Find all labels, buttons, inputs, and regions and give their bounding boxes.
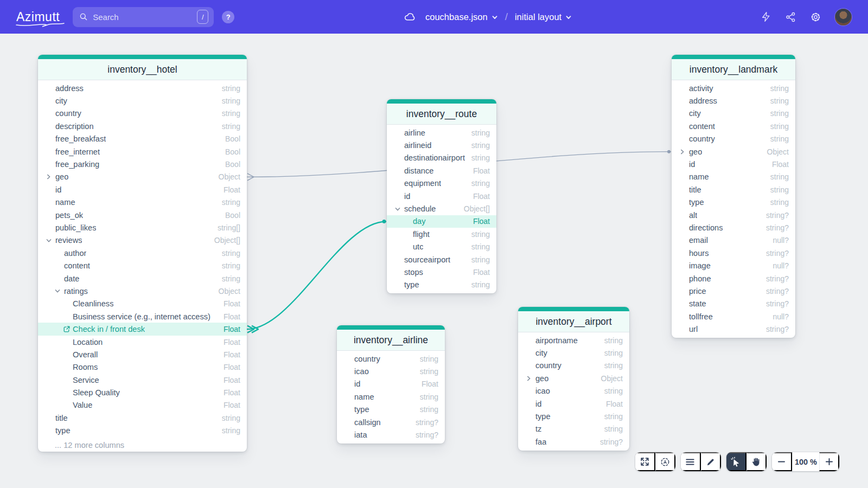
- table-column-row[interactable]: type string: [337, 403, 445, 416]
- table-column-row[interactable]: country string: [672, 133, 795, 145]
- table-column-row[interactable]: content string: [672, 120, 795, 132]
- table-column-row[interactable]: public_likes string[]: [38, 221, 247, 234]
- table-column-row[interactable]: utc string: [387, 241, 496, 253]
- table-column-row[interactable]: price string?: [672, 285, 795, 297]
- tables-list-button[interactable]: [681, 452, 701, 471]
- table-card-inventory__route[interactable]: inventory__route airline string airlinei…: [387, 99, 496, 293]
- table-column-row[interactable]: icao string: [337, 365, 445, 377]
- pan-tool-button[interactable]: [746, 452, 767, 471]
- project-dropdown[interactable]: couchbase.json: [425, 12, 498, 22]
- table-column-row[interactable]: airlineid string: [387, 139, 496, 151]
- table-column-row[interactable]: airline string: [387, 126, 496, 139]
- table-column-row[interactable]: type string: [387, 279, 496, 291]
- table-column-row[interactable]: flight string: [387, 228, 496, 240]
- quick-actions-button[interactable]: [761, 11, 771, 22]
- share-button[interactable]: [785, 11, 796, 23]
- table-column-row[interactable]: directions string?: [672, 221, 795, 234]
- table-column-row[interactable]: country string: [518, 359, 629, 372]
- table-column-row[interactable]: alt string?: [672, 209, 795, 221]
- table-header[interactable]: inventory__route: [387, 104, 496, 125]
- table-column-row[interactable]: address string: [672, 94, 795, 107]
- table-column-row[interactable]: Service Float: [38, 374, 247, 386]
- table-header[interactable]: inventory__airport: [518, 311, 629, 332]
- table-column-row[interactable]: destinationairport string: [387, 152, 496, 164]
- table-column-row[interactable]: Cleanliness Float: [38, 298, 247, 310]
- table-column-row[interactable]: author string: [38, 247, 247, 259]
- zoom-in-button[interactable]: [819, 452, 839, 471]
- table-column-row[interactable]: distance Float: [387, 164, 496, 177]
- table-column-row[interactable]: id Float: [518, 397, 629, 410]
- table-column-row[interactable]: address string: [38, 82, 247, 94]
- table-column-row[interactable]: geo Object: [518, 372, 629, 384]
- table-card-inventory__hotel[interactable]: inventory__hotel address string city str…: [38, 55, 247, 452]
- table-column-row[interactable]: pets_ok Bool: [38, 209, 247, 221]
- table-column-row[interactable]: city string: [518, 346, 629, 359]
- table-column-row[interactable]: iata string?: [337, 428, 445, 441]
- help-button[interactable]: ?: [222, 11, 234, 23]
- table-header[interactable]: inventory__landmark: [672, 59, 795, 80]
- table-column-row[interactable]: free_parking Bool: [38, 158, 247, 170]
- select-tool-button[interactable]: [726, 452, 746, 471]
- table-column-row[interactable]: id Float: [387, 190, 496, 202]
- table-column-row[interactable]: country string: [337, 352, 445, 365]
- table-column-row[interactable]: faa string?: [518, 435, 629, 448]
- table-column-row[interactable]: Sleep Quality Float: [38, 386, 247, 399]
- auto-layout-button[interactable]: [655, 452, 675, 471]
- user-avatar[interactable]: [835, 9, 852, 25]
- table-column-row[interactable]: description string: [38, 120, 247, 132]
- table-column-row[interactable]: tollfree null?: [672, 310, 795, 323]
- table-column-row[interactable]: Rooms Float: [38, 361, 247, 374]
- table-column-row[interactable]: icao string: [518, 385, 629, 397]
- table-column-row[interactable]: ratings Object: [38, 285, 247, 297]
- table-column-row[interactable]: day Float: [387, 215, 496, 228]
- more-columns-link[interactable]: ... 12 more columns: [38, 439, 247, 452]
- table-column-row[interactable]: Check in / front desk Float: [38, 323, 247, 335]
- search-input[interactable]: Search /: [73, 7, 214, 27]
- app-logo[interactable]: Azimutt: [16, 10, 60, 24]
- table-column-row[interactable]: geo Object: [672, 145, 795, 158]
- table-column-row[interactable]: airportname string: [518, 334, 629, 346]
- table-column-row[interactable]: tz string: [518, 423, 629, 435]
- table-card-inventory__landmark[interactable]: inventory__landmark activity string addr…: [672, 55, 795, 338]
- table-column-row[interactable]: Location Float: [38, 336, 247, 348]
- table-column-row[interactable]: schedule Object[]: [387, 202, 496, 215]
- table-column-row[interactable]: type string: [518, 410, 629, 422]
- table-column-row[interactable]: name string: [672, 171, 795, 183]
- zoom-out-button[interactable]: [772, 452, 792, 471]
- settings-button[interactable]: [810, 11, 821, 23]
- table-column-row[interactable]: url string?: [672, 323, 795, 335]
- table-column-row[interactable]: reviews Object[]: [38, 234, 247, 247]
- table-column-row[interactable]: phone string?: [672, 272, 795, 285]
- table-column-row[interactable]: name string: [38, 196, 247, 209]
- table-column-row[interactable]: id Float: [38, 183, 247, 196]
- table-header[interactable]: inventory__hotel: [38, 59, 247, 80]
- table-column-row[interactable]: type string: [38, 425, 247, 437]
- layout-dropdown[interactable]: initial layout: [515, 12, 572, 22]
- diagram-canvas[interactable]: inventory__hotel address string city str…: [0, 0, 868, 488]
- table-column-row[interactable]: date string: [38, 272, 247, 285]
- table-column-row[interactable]: city string: [672, 107, 795, 120]
- table-column-row[interactable]: hours string?: [672, 247, 795, 259]
- table-column-row[interactable]: country string: [38, 107, 247, 120]
- table-column-row[interactable]: free_internet Bool: [38, 145, 247, 158]
- table-card-inventory__airline[interactable]: inventory__airline country string icao s…: [337, 325, 445, 444]
- table-column-row[interactable]: id Float: [672, 158, 795, 170]
- table-column-row[interactable]: Overall Float: [38, 348, 247, 361]
- table-column-row[interactable]: email null?: [672, 234, 795, 247]
- table-card-inventory__airport[interactable]: inventory__airport airportname string ci…: [518, 307, 629, 451]
- edit-button[interactable]: [701, 452, 721, 471]
- table-column-row[interactable]: free_breakfast Bool: [38, 133, 247, 145]
- table-header[interactable]: inventory__airline: [337, 330, 445, 351]
- table-column-row[interactable]: callsign string?: [337, 416, 445, 428]
- table-column-row[interactable]: title string: [672, 183, 795, 196]
- table-column-row[interactable]: stops Float: [387, 266, 496, 278]
- table-column-row[interactable]: Business service (e.g., internet access)…: [38, 310, 247, 323]
- table-column-row[interactable]: activity string: [672, 82, 795, 94]
- table-column-row[interactable]: equipment string: [387, 177, 496, 190]
- table-column-row[interactable]: sourceairport string: [387, 253, 496, 266]
- table-column-row[interactable]: type string: [672, 196, 795, 209]
- table-column-row[interactable]: geo Object: [38, 171, 247, 183]
- table-column-row[interactable]: title string: [38, 412, 247, 424]
- table-column-row[interactable]: Value Float: [38, 399, 247, 412]
- table-column-row[interactable]: state string?: [672, 298, 795, 310]
